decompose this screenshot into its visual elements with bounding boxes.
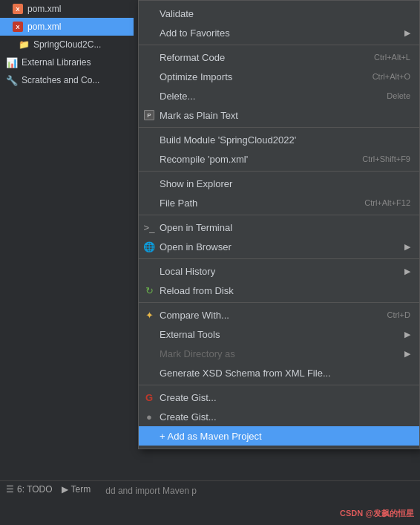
sidebar-item-pom1[interactable]: X pom.xml bbox=[0, 0, 134, 18]
menu-separator bbox=[139, 258, 419, 259]
menu-separator bbox=[139, 215, 419, 215]
context-menu: ValidateAdd to Favorites▶Reformat CodeCt… bbox=[138, 0, 420, 449]
tab-terminal-label: Term bbox=[71, 484, 91, 495]
sidebar-item-spring[interactable]: 📁 SpringCloud2C... bbox=[0, 36, 134, 53]
menu-item-mark-directory: Mark Directory as▶ bbox=[139, 344, 419, 363]
menu-item-label: Create Gist... bbox=[160, 411, 217, 423]
list-icon: ☰ bbox=[6, 484, 14, 495]
submenu-arrow-icon: ▶ bbox=[404, 330, 410, 339]
menu-item-reformat-code[interactable]: Reformat CodeCtrl+Alt+L bbox=[139, 48, 419, 67]
menu-item-label: Open in Browser bbox=[160, 241, 232, 252]
menu-item-optimize-imports[interactable]: Optimize ImportsCtrl+Alt+O bbox=[139, 67, 419, 86]
terminal-tab-icon: ▶ bbox=[62, 484, 68, 495]
menu-item-label: + Add as Maven Project bbox=[160, 431, 262, 442]
menu-item-delete[interactable]: Delete...Delete bbox=[139, 86, 419, 105]
menu-item-label: Build Module 'SpringCloud2022' bbox=[160, 134, 296, 146]
menu-item-add-maven[interactable]: + Add as Maven Project bbox=[139, 426, 419, 446]
xml-icon: X bbox=[12, 3, 24, 15]
menu-item-label: External Tools bbox=[160, 329, 220, 340]
scratch-icon: 🔧 bbox=[6, 74, 18, 86]
submenu-arrow-icon: ▶ bbox=[404, 28, 410, 38]
browser-icon: 🌐 bbox=[143, 241, 155, 252]
compare-icon: ✦ bbox=[143, 309, 155, 321]
sidebar-item-scratches[interactable]: 🔧 Scratches and Co... bbox=[0, 71, 134, 89]
menu-separator bbox=[139, 45, 419, 45]
menu-item-create-gist-1[interactable]: GCreate Gist... bbox=[139, 388, 419, 407]
tab-todo[interactable]: ☰ 6: TODO bbox=[6, 484, 53, 495]
ide-sidebar: X pom.xml X pom.xml 📁 SpringCloud2C... 📊… bbox=[0, 0, 134, 460]
sidebar-item-label: pom.xml bbox=[27, 4, 61, 14]
menu-item-label: Recompile 'pom.xml' bbox=[160, 154, 248, 165]
menu-item-shortcut: Delete bbox=[372, 91, 410, 100]
menu-item-label: Compare With... bbox=[160, 310, 229, 321]
menu-item-external-tools[interactable]: External Tools▶ bbox=[139, 325, 419, 344]
menu-item-label: Mark as Plain Text bbox=[160, 110, 238, 121]
menu-item-file-path[interactable]: File PathCtrl+Alt+F12 bbox=[139, 193, 419, 212]
lib-icon: 📊 bbox=[6, 56, 18, 68]
status-text: dd and import Maven p bbox=[105, 486, 197, 496]
menu-item-generate-xsd[interactable]: Generate XSD Schema from XML File... bbox=[139, 363, 419, 382]
menu-item-compare-with[interactable]: ✦Compare With...Ctrl+D bbox=[139, 305, 419, 325]
menu-item-shortcut: Ctrl+Alt+F12 bbox=[350, 198, 410, 207]
menu-item-label: Create Gist... bbox=[160, 392, 217, 403]
menu-item-show-in-explorer[interactable]: Show in Explorer bbox=[139, 174, 419, 193]
menu-item-mark-plain-text[interactable]: PMark as Plain Text bbox=[139, 105, 419, 125]
menu-item-recompile[interactable]: Recompile 'pom.xml'Ctrl+Shift+F9 bbox=[139, 149, 419, 169]
menu-item-label: Show in Explorer bbox=[160, 178, 232, 189]
terminal-icon: >_ bbox=[143, 221, 155, 233]
menu-item-label: File Path bbox=[160, 198, 197, 209]
menu-item-label: Local History bbox=[160, 266, 215, 277]
gist-black-icon: ● bbox=[143, 411, 155, 423]
menu-item-shortcut: Ctrl+Shift+F9 bbox=[347, 154, 410, 163]
sidebar-item-label: Scratches and Co... bbox=[22, 75, 99, 85]
sidebar-item-label: pom.xml bbox=[27, 22, 61, 32]
menu-item-create-gist-2[interactable]: ●Create Gist... bbox=[139, 407, 419, 426]
menu-item-local-history[interactable]: Local History▶ bbox=[139, 261, 419, 281]
menu-item-label: Mark Directory as bbox=[160, 348, 235, 359]
menu-item-reload-disk[interactable]: ↻Reload from Disk bbox=[139, 281, 419, 300]
gist-red-icon: G bbox=[143, 391, 155, 403]
submenu-arrow-icon: ▶ bbox=[404, 242, 410, 252]
sidebar-item-pom2[interactable]: X pom.xml bbox=[0, 18, 134, 36]
submenu-arrow-icon: ▶ bbox=[404, 267, 410, 276]
menu-item-shortcut: Ctrl+Alt+L bbox=[359, 53, 410, 62]
sidebar-item-label: SpringCloud2C... bbox=[33, 39, 101, 50]
menu-item-label: Reload from Disk bbox=[160, 285, 234, 296]
reload-icon: ↻ bbox=[143, 284, 155, 296]
menu-item-open-browser[interactable]: 🌐Open in Browser▶ bbox=[139, 237, 419, 256]
menu-item-label: Optimize Imports bbox=[160, 71, 232, 82]
menu-item-shortcut: Ctrl+D bbox=[373, 310, 410, 319]
folder-icon: 📁 bbox=[18, 39, 30, 50]
menu-item-label: Add to Favorites bbox=[160, 27, 230, 39]
menu-separator bbox=[139, 171, 419, 172]
watermark: CSDN @发飙的恒星 bbox=[340, 508, 414, 519]
menu-item-shortcut: Ctrl+Alt+O bbox=[358, 72, 410, 81]
menu-separator bbox=[139, 385, 419, 385]
menu-item-label: Validate bbox=[160, 8, 194, 19]
tab-terminal[interactable]: ▶ Term bbox=[62, 484, 91, 495]
menu-separator bbox=[139, 302, 419, 303]
menu-item-label: Delete... bbox=[160, 91, 195, 102]
menu-item-build-module[interactable]: Build Module 'SpringCloud2022' bbox=[139, 130, 419, 149]
sidebar-item-label: External Libraries bbox=[22, 57, 91, 68]
menu-item-label: Generate XSD Schema from XML File... bbox=[160, 368, 331, 379]
submenu-arrow-icon: ▶ bbox=[404, 349, 410, 359]
menu-item-label: Open in Terminal bbox=[160, 222, 232, 233]
menu-item-add-favorites[interactable]: Add to Favorites▶ bbox=[139, 23, 419, 42]
menu-item-label: Reformat Code bbox=[160, 52, 225, 63]
xml-red-icon: X bbox=[12, 21, 24, 33]
tab-todo-label: 6: TODO bbox=[17, 484, 53, 495]
menu-item-validate[interactable]: Validate bbox=[139, 4, 419, 23]
menu-item-open-terminal[interactable]: >_Open in Terminal bbox=[139, 218, 419, 237]
mark-plain-icon: P bbox=[143, 109, 155, 121]
sidebar-item-ext-libs[interactable]: 📊 External Libraries bbox=[0, 53, 134, 71]
menu-separator bbox=[139, 127, 419, 128]
